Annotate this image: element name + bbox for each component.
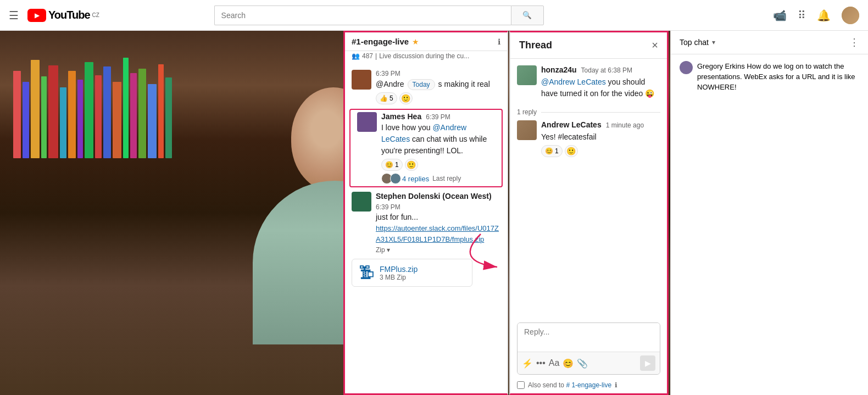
file-attachment: 🗜 FMPlus.zip 3 MB Zip bbox=[352, 259, 500, 287]
message-content: Andrew LeCates 1 minute ago Yes! #lecate… bbox=[541, 120, 660, 157]
avatar bbox=[352, 70, 371, 90]
add-reaction-icon[interactable]: 🙂 bbox=[405, 159, 418, 171]
reply-input[interactable] bbox=[518, 323, 660, 349]
create-video-icon[interactable]: 📹 bbox=[773, 9, 787, 22]
message-header: Stephen Dolenski (Ocean West) bbox=[376, 192, 500, 201]
also-send-label: Also send to # 1-engage-live bbox=[528, 381, 611, 389]
reactions: 😊 1 🙂 bbox=[381, 159, 495, 171]
thread-header: Thread × bbox=[510, 32, 667, 59]
replies-count[interactable]: 4 replies bbox=[402, 175, 429, 183]
yt-logo-text: YouTube bbox=[48, 9, 90, 21]
slack-overlay: #1-engage-live ★ ℹ 👥 487 | Live discussi… bbox=[343, 31, 670, 395]
reaction-smile[interactable]: 😊 1 bbox=[381, 159, 403, 171]
add-reaction-icon[interactable]: 🙂 bbox=[565, 145, 578, 157]
file-info: FMPlus.zip 3 MB Zip bbox=[380, 265, 418, 281]
message-time: 6:39 PM bbox=[376, 203, 400, 211]
message-header: James Hea 6:39 PM bbox=[381, 112, 495, 121]
user-avatar[interactable] bbox=[842, 7, 859, 24]
avatar bbox=[680, 61, 693, 74]
list-item: 6:39 PM @Andre Today s making it real 👍 … bbox=[345, 68, 507, 107]
attach-icon[interactable]: 📎 bbox=[577, 358, 588, 369]
message-body: Stephen Dolenski (Ocean West) 6:39 PM ju… bbox=[352, 192, 500, 254]
message-time: 6:39 PM bbox=[426, 113, 450, 121]
file-link[interactable]: https://autoenter.slack.com/files/U017ZA… bbox=[376, 223, 500, 244]
channel-name[interactable]: #1-engage-live bbox=[352, 37, 409, 46]
text-format-icon[interactable]: Aa bbox=[549, 358, 560, 368]
also-send-checkbox[interactable] bbox=[517, 381, 525, 389]
thread-messages: honza24u Today at 6:38 PM @Andrew LeCate… bbox=[510, 59, 667, 322]
search-button[interactable]: 🔍 bbox=[511, 5, 544, 25]
today-badge[interactable]: Today bbox=[408, 79, 435, 90]
menu-icon[interactable]: ☰ bbox=[9, 9, 19, 22]
message-author[interactable]: Stephen Dolenski (Ocean West) bbox=[376, 192, 492, 201]
message-text: I love how you @Andrew LeCates can chat … bbox=[381, 122, 495, 157]
avatar bbox=[352, 192, 371, 212]
more-formats-icon[interactable]: ••• bbox=[536, 358, 546, 368]
top-chat-label[interactable]: Top chat ▾ bbox=[680, 38, 715, 47]
message-text: just for fun... bbox=[376, 212, 500, 223]
send-icon: ▶ bbox=[645, 359, 651, 368]
message-content: honza24u Today at 6:38 PM @Andrew LeCate… bbox=[541, 65, 660, 99]
yt-play-icon bbox=[27, 9, 46, 22]
emoji-icon[interactable]: 😊 bbox=[563, 358, 574, 369]
search-bar: 🔍 bbox=[214, 5, 544, 25]
reply-avatars bbox=[381, 173, 399, 184]
member-count: 487 bbox=[362, 52, 373, 60]
also-send-row: Also send to # 1-engage-live ℹ bbox=[510, 381, 667, 393]
avatar bbox=[357, 112, 377, 132]
message-text: @Andre bbox=[376, 79, 404, 90]
also-send-channel[interactable]: # 1-engage-live bbox=[566, 381, 611, 389]
message-content: 6:39 PM @Andre Today s making it real 👍 … bbox=[376, 70, 500, 104]
youtube-logo[interactable]: YouTubeCZ bbox=[27, 9, 99, 22]
yt-country: CZ bbox=[92, 12, 99, 18]
message-time: 6:39 PM bbox=[376, 70, 400, 77]
zip-icon: 🗜 bbox=[359, 264, 374, 282]
list-item: Gregory Erkins How do we log on to watch… bbox=[671, 59, 868, 95]
avatar bbox=[517, 120, 537, 140]
close-icon[interactable]: × bbox=[652, 39, 658, 52]
channel-header: #1-engage-live ★ ℹ bbox=[345, 32, 507, 51]
apps-icon[interactable]: ⠿ bbox=[798, 9, 806, 22]
chat-header: Top chat ▾ ⋮ bbox=[671, 31, 868, 54]
slack-thread-panel: Thread × honza24u Today at 6:38 PM @Andr… bbox=[509, 31, 669, 395]
header: ☰ YouTubeCZ 🔍 📹 ⠿ 🔔 bbox=[0, 0, 868, 31]
channel-info-icon[interactable]: ℹ bbox=[498, 37, 500, 46]
message-header: Andrew LeCates 1 minute ago bbox=[541, 120, 660, 129]
reaction-smile[interactable]: 😊 1 bbox=[541, 145, 563, 157]
divider-line bbox=[541, 112, 660, 113]
reaction-thumbsup[interactable]: 👍 5 bbox=[376, 92, 397, 104]
avatar bbox=[390, 173, 401, 184]
header-right: 📹 ⠿ 🔔 bbox=[773, 7, 859, 24]
list-item: honza24u Today at 6:38 PM @Andrew LeCate… bbox=[517, 65, 660, 99]
top-chat-text: Top chat bbox=[680, 38, 709, 47]
search-input[interactable] bbox=[214, 5, 511, 25]
channel-star-icon[interactable]: ★ bbox=[412, 37, 419, 46]
replies-row: 4 replies Last reply bbox=[381, 173, 495, 184]
message-author[interactable]: Andrew LeCates bbox=[541, 120, 602, 129]
reply-count-divider: 1 reply bbox=[517, 108, 660, 116]
list-item: Andrew LeCates 1 minute ago Yes! #lecate… bbox=[517, 120, 660, 157]
top-chat-chevron[interactable]: ▾ bbox=[712, 38, 715, 46]
mention: @Andrew LeCates bbox=[381, 123, 466, 143]
message-content: James Hea 6:39 PM I love how you @Andrew… bbox=[381, 112, 495, 184]
zip-toggle[interactable]: Zip ▾ bbox=[376, 246, 390, 254]
chat-more-options-icon[interactable]: ⋮ bbox=[849, 36, 859, 48]
file-name[interactable]: FMPlus.zip bbox=[380, 265, 418, 274]
message-author[interactable]: James Hea bbox=[381, 112, 421, 121]
send-button[interactable]: ▶ bbox=[640, 355, 655, 371]
lightning-icon[interactable]: ⚡ bbox=[522, 358, 533, 369]
channel-name-area: #1-engage-live ★ bbox=[352, 37, 419, 46]
reactions: 👍 5 🙂 bbox=[376, 92, 500, 104]
message-row: @Andre Today s making it real bbox=[376, 79, 500, 90]
message-header: 6:39 PM bbox=[376, 70, 500, 77]
header-left: ☰ YouTubeCZ bbox=[9, 9, 99, 22]
message-author[interactable]: honza24u bbox=[541, 65, 577, 74]
message-text: Yes! #lecatesfail bbox=[541, 131, 660, 143]
file-attachment-card[interactable]: 🗜 FMPlus.zip 3 MB Zip bbox=[352, 259, 472, 287]
notifications-icon[interactable]: 🔔 bbox=[817, 9, 831, 22]
message-header: honza24u Today at 6:38 PM bbox=[541, 65, 660, 74]
channel-description: Live discussion during the cu... bbox=[379, 52, 469, 60]
add-reaction-icon[interactable]: 🙂 bbox=[399, 92, 413, 104]
message-time: 1 minute ago bbox=[606, 121, 644, 129]
also-send-info-icon: ℹ bbox=[615, 381, 617, 389]
